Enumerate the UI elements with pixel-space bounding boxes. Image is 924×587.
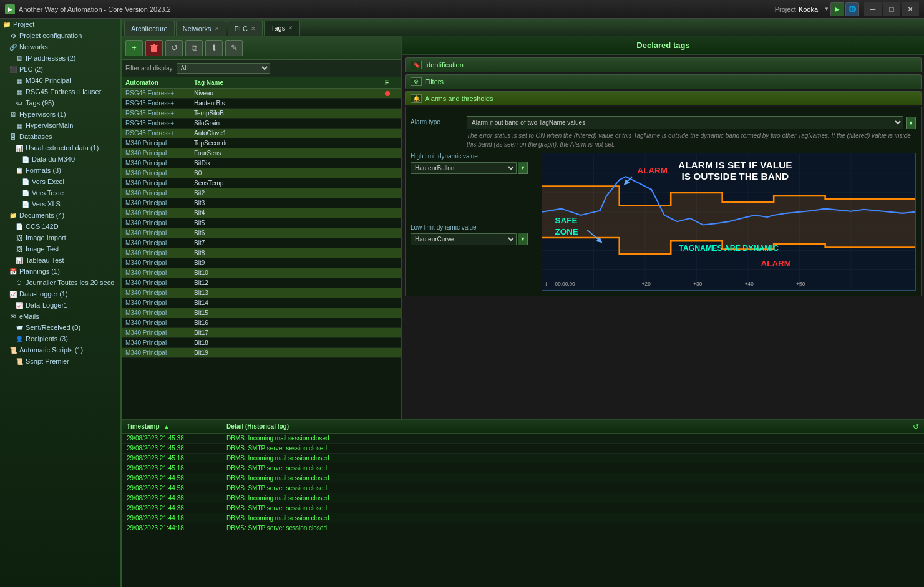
tag-name: FourSens	[194, 150, 385, 157]
filter-select[interactable]: All	[177, 63, 270, 74]
sidebar-icon-emails: ✉	[9, 312, 17, 321]
tag-row[interactable]: M340 Principal Bit16	[122, 318, 401, 328]
tag-row[interactable]: M340 Principal Bit2	[122, 188, 401, 198]
add-tag-button[interactable]: +	[125, 40, 143, 56]
tag-row[interactable]: M340 Principal Bit6	[122, 228, 401, 238]
tag-row[interactable]: M340 Principal B0	[122, 168, 401, 178]
sidebar-item-datalogger[interactable]: 📈 Data-Logger (1)	[0, 288, 120, 299]
sidebar-item-ip-addresses[interactable]: 🖥 IP addresses (2)	[0, 52, 120, 64]
tag-row[interactable]: M340 Principal Bit18	[122, 338, 401, 348]
tab-close-plc[interactable]: ✕	[251, 26, 256, 32]
refresh-button[interactable]: ↺	[165, 40, 183, 56]
sidebar-item-documents[interactable]: 📁 Documents (4)	[0, 210, 120, 221]
tag-row[interactable]: M340 Principal Bit12	[122, 278, 401, 288]
tag-automaton: M340 Principal	[125, 220, 194, 226]
log-row: 29/08/2023 21:45:18 DBMS: Incoming mail …	[122, 454, 924, 463]
tag-row[interactable]: RSG45 Endress+ AutoClave1	[122, 129, 401, 138]
sidebar-item-image-test[interactable]: 🖼 Image Test	[0, 243, 120, 255]
sidebar-item-hypervisor-main[interactable]: ▦ HypervisorMain	[0, 120, 120, 131]
tab-close-networks[interactable]: ✕	[215, 26, 220, 32]
sidebar-item-project[interactable]: 📁 Project	[0, 19, 120, 30]
sidebar-item-vers-texte[interactable]: 📄 Vers Texte	[0, 187, 120, 198]
sidebar-item-databases[interactable]: 🗄 Databases	[0, 131, 120, 142]
sidebar-item-vers-excel[interactable]: 📄 Vers Excel	[0, 176, 120, 187]
tag-row[interactable]: M340 Principal Bit15	[122, 308, 401, 318]
high-limit-dropdown[interactable]: ▼	[518, 162, 528, 174]
sidebar-item-image-import[interactable]: 🖼 Image Import	[0, 232, 120, 243]
tag-row[interactable]: M340 Principal Bit13	[122, 288, 401, 298]
tag-row[interactable]: M340 Principal SensTemp	[122, 178, 401, 188]
tag-row[interactable]: M340 Principal Bit10	[122, 268, 401, 278]
low-limit-dropdown[interactable]: ▼	[518, 233, 528, 245]
sidebar-item-recipients[interactable]: 👤 Recipients (3)	[0, 333, 120, 344]
tag-row[interactable]: M340 Principal Bit19	[122, 348, 401, 358]
tag-row[interactable]: RSG45 Endress+ HauteurBis	[122, 99, 401, 109]
project-dropdown-arrow[interactable]: ▼	[824, 6, 829, 12]
sidebar-item-auto-scripts[interactable]: 📜 Automatic Scripts (1)	[0, 344, 120, 356]
tag-row[interactable]: M340 Principal Bit4	[122, 208, 401, 218]
globe-button[interactable]: 🌐	[845, 2, 859, 16]
sidebar-item-networks[interactable]: 🔗 Networks	[0, 41, 120, 52]
tab-close-tags[interactable]: ✕	[288, 25, 293, 31]
tab-networks[interactable]: Networks✕	[176, 21, 226, 36]
close-button[interactable]: ✕	[902, 2, 919, 16]
tag-row[interactable]: M340 Principal Bit5	[122, 218, 401, 228]
low-limit-select[interactable]: HauteurCurve	[411, 233, 517, 245]
sidebar-item-emails[interactable]: ✉ eMails	[0, 311, 120, 322]
sidebar-item-plc[interactable]: ⬛ PLC (2)	[0, 64, 120, 75]
download-button[interactable]: ⬇	[205, 40, 223, 56]
tag-row[interactable]: M340 Principal Bit3	[122, 198, 401, 208]
tag-row[interactable]: M340 Principal Bit8	[122, 248, 401, 258]
minimize-button[interactable]: ─	[864, 2, 882, 16]
filters-section-header[interactable]: ⚙ Filters	[405, 74, 922, 89]
tag-name: Bit12	[194, 279, 385, 286]
tag-row[interactable]: M340 Principal Bit7	[122, 238, 401, 248]
tag-automaton: RSG45 Endress+	[125, 120, 194, 127]
edit-button[interactable]: ✎	[225, 40, 243, 56]
sidebar-item-data-m340[interactable]: 📄 Data du M340	[0, 153, 120, 165]
log-detail: DBMS: Incoming mail session closed	[226, 495, 919, 502]
sidebar-item-sent-received[interactable]: 📨 Sent/Received (0)	[0, 322, 120, 333]
sidebar-item-script-premier[interactable]: 📜 Script Premier	[0, 356, 120, 367]
sidebar-item-ccs142d[interactable]: 📄 CCS 142D	[0, 221, 120, 232]
tag-row[interactable]: RSG45 Endress+ SiloGrain	[122, 119, 401, 129]
sidebar-item-vers-xls[interactable]: 📄 Vers XLS	[0, 198, 120, 210]
maximize-button[interactable]: □	[883, 2, 900, 16]
tag-automaton: M340 Principal	[125, 180, 194, 187]
sidebar-item-plannings[interactable]: 📅 Plannings (1)	[0, 266, 120, 277]
sidebar-item-m340[interactable]: ▦ M340 Principal	[0, 75, 120, 86]
tab-architecture[interactable]: Architecture	[124, 21, 175, 36]
tag-row[interactable]: M340 Principal Bit17	[122, 328, 401, 338]
tab-plc[interactable]: PLC✕	[228, 21, 263, 36]
alarms-section-header[interactable]: 🔔 Alarms and thresholds	[405, 91, 922, 105]
tag-row[interactable]: M340 Principal Bit9	[122, 258, 401, 268]
sidebar-item-usual-extracted[interactable]: 📊 Usual extracted data (1)	[0, 142, 120, 153]
log-refresh-button[interactable]: ↺	[913, 422, 919, 431]
sidebar-icon-data-m340: 📄	[21, 155, 30, 163]
sidebar-label-tags95: Tags (95)	[26, 99, 54, 107]
tab-tags[interactable]: Tags✕	[264, 21, 300, 36]
log-col-detail: Detail (Historical log)	[226, 423, 913, 430]
sidebar-item-tableau-test[interactable]: 📊 Tableau Test	[0, 255, 120, 266]
identification-section-header[interactable]: 🔖 Identification	[405, 57, 922, 72]
tag-row[interactable]: M340 Principal BitDix	[122, 158, 401, 168]
sidebar-item-datalogger1[interactable]: 📈 Data-Logger1	[0, 299, 120, 311]
log-timestamp: 29/08/2023 21:44:58	[127, 485, 226, 492]
sidebar-item-rsg45[interactable]: ▦ RSG45 Endress+Hauser	[0, 86, 120, 97]
tag-row[interactable]: M340 Principal TopSeconde	[122, 138, 401, 148]
sidebar-item-journalier[interactable]: ⏱ Journalier Toutes les 20 seco	[0, 277, 120, 288]
tag-row[interactable]: RSG45 Endress+ Niveau	[122, 89, 401, 99]
tag-row[interactable]: RSG45 Endress+ TempSiloB	[122, 109, 401, 119]
tag-row[interactable]: M340 Principal Bit14	[122, 298, 401, 308]
sidebar-item-hypervisors[interactable]: 🖥 Hypervisors (1)	[0, 109, 120, 120]
play-button[interactable]: ▶	[830, 2, 844, 16]
high-limit-select[interactable]: HauteurBallon	[411, 162, 517, 174]
sidebar-item-project-config[interactable]: ⚙ Project configuration	[0, 30, 120, 41]
copy-button[interactable]: ⧉	[185, 40, 203, 56]
tag-row[interactable]: M340 Principal FourSens	[122, 148, 401, 158]
sidebar-item-formats[interactable]: 📋 Formats (3)	[0, 165, 120, 176]
sidebar-item-tags95[interactable]: 🏷 Tags (95)	[0, 97, 120, 109]
alarm-type-dropdown[interactable]: ▼	[906, 117, 916, 129]
delete-tag-button[interactable]	[145, 40, 163, 56]
alarm-type-select[interactable]: Alarm if out band of two TagName values	[467, 116, 903, 129]
